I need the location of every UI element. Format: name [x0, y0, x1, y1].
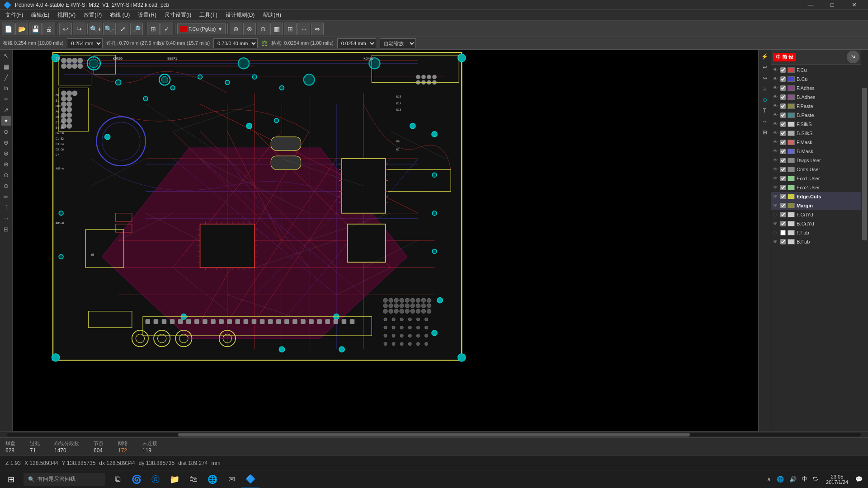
menu-help[interactable]: 帮助(H): [259, 10, 285, 20]
taskbar-app-fan[interactable]: 🌀: [127, 470, 146, 488]
lt-dim[interactable]: ↔: [1, 213, 11, 223]
zoom-in-button[interactable]: 🔍+: [90, 23, 102, 35]
trace-width-select[interactable]: 0.254 mm: [67, 38, 103, 48]
zoom-select[interactable]: 自动缩放: [380, 38, 416, 48]
layer-checkbox-b-paste[interactable]: [780, 113, 786, 118]
layer-checkbox-edge-cuts[interactable]: [780, 194, 786, 199]
menu-design-rules[interactable]: 设计规则(D): [222, 10, 259, 20]
layer-checkbox-b-adhes[interactable]: [780, 94, 786, 100]
right-icon-2[interactable]: ↩: [760, 62, 770, 72]
taskbar-notification-icon[interactable]: 💬: [854, 476, 864, 483]
layer-eye-b-crtyd[interactable]: 👁: [773, 221, 778, 226]
right-icon-5[interactable]: ⊙: [760, 95, 770, 105]
layer-eye-b-paste[interactable]: 👁: [773, 113, 778, 118]
minimize-button[interactable]: —: [800, 0, 821, 10]
redo-button[interactable]: ↪: [73, 23, 85, 35]
zoom-out-button[interactable]: 🔍-: [103, 23, 116, 35]
menu-dims[interactable]: 尺寸设置(I): [161, 10, 195, 20]
taskbar-app-folder[interactable]: 📁: [165, 470, 184, 488]
lt-draw[interactable]: ✏: [1, 192, 11, 202]
taskbar-app-edge[interactable]: ⓔ: [146, 470, 165, 488]
lt-mm[interactable]: ㎜: [1, 94, 11, 104]
layer-checkbox-b-silks[interactable]: [780, 131, 786, 136]
layer-row-b-cu[interactable]: 👁B.Cu: [771, 75, 861, 84]
tb-btn-extra5[interactable]: ⊞: [284, 23, 297, 35]
menu-setup[interactable]: 设置(R): [134, 10, 160, 20]
vertical-scrollbar[interactable]: [861, 50, 868, 431]
layer-eye-b-fab[interactable]: 👁: [773, 239, 778, 244]
lt-highlight[interactable]: ✦: [1, 116, 11, 126]
layer-eye-b-cu[interactable]: 👁: [773, 76, 778, 82]
user-avatar[interactable]: 74: [847, 51, 859, 63]
layer-eye-f-paste[interactable]: 👁: [773, 103, 778, 109]
layer-checkbox-f-crtyd[interactable]: [780, 212, 786, 217]
layer-eye-b-adhes[interactable]: 👁: [773, 94, 778, 100]
layer-row-b-paste[interactable]: 👁B.Paste: [771, 111, 861, 120]
layer-row-dwgs-user[interactable]: 👁Dwgs.User: [771, 156, 861, 165]
lt-grid2[interactable]: ⊞: [1, 224, 11, 234]
taskbar-volume-icon[interactable]: 🔊: [788, 476, 798, 483]
lt-add-mod[interactable]: ⊕: [1, 137, 11, 147]
taskbar-network-icon[interactable]: 🌐: [775, 476, 786, 483]
pcb-canvas-area[interactable]: BEEP1 KON05 KON05 C1 A6 E1 GND A0 E0 E1 …: [13, 50, 758, 431]
right-icon-3[interactable]: ↪: [760, 73, 770, 83]
right-icon-4[interactable]: ≡: [760, 84, 770, 94]
tb-btn-extra6[interactable]: ↔: [297, 23, 310, 35]
layer-checkbox-b-fab[interactable]: [780, 239, 786, 244]
zoom-fit-button[interactable]: ⤢: [117, 23, 129, 35]
layer-row-eco1-user[interactable]: 👁Eco1.User: [771, 174, 861, 183]
menu-route[interactable]: 布线 (U): [106, 10, 133, 20]
layer-row-f-fab[interactable]: ◌F.Fab: [771, 228, 861, 237]
layer-row-b-crtyd[interactable]: 👁B.CrtYd: [771, 219, 861, 228]
undo-button[interactable]: ↩: [59, 23, 72, 35]
layer-selector[interactable]: F.Cu (PgUp) ▼: [177, 23, 226, 34]
lang-badge[interactable]: 中 简 设: [773, 53, 796, 61]
menu-place[interactable]: 放置(P): [80, 10, 105, 20]
taskbar-app-taskview[interactable]: ⧉: [108, 470, 127, 488]
taskbar-app-kicad[interactable]: 🔷: [241, 470, 259, 488]
layer-eye-dwgs-user[interactable]: 👁: [773, 158, 778, 163]
layer-eye-f-fab[interactable]: ◌: [773, 230, 778, 235]
lt-zone[interactable]: ⊙: [1, 181, 11, 191]
close-button[interactable]: ✕: [844, 0, 864, 10]
layer-row-f-silks[interactable]: 👁F.SilkS: [771, 120, 861, 129]
horizontal-scrollbar[interactable]: [0, 431, 868, 437]
right-icon-7[interactable]: ↔: [760, 117, 770, 127]
layer-eye-cmts-user[interactable]: 👁: [773, 167, 778, 172]
layer-eye-f-silks[interactable]: 👁: [773, 122, 778, 127]
tb-btn-extra7[interactable]: ⇔: [311, 23, 324, 35]
taskbar-clock[interactable]: 23:05 2017/1/24: [822, 474, 852, 485]
layer-row-edge-cuts[interactable]: 👁Edge.Cuts: [771, 192, 861, 201]
right-icon-6[interactable]: T: [760, 106, 770, 116]
layer-row-b-mask[interactable]: 👁B.Mask: [771, 147, 861, 156]
layer-checkbox-cmts-user[interactable]: [780, 167, 786, 172]
open-button[interactable]: 📂: [15, 23, 28, 35]
taskbar-app-ie[interactable]: 🌐: [203, 470, 222, 488]
layer-checkbox-f-fab[interactable]: [780, 230, 786, 235]
taskbar-antivirus-icon[interactable]: 🛡: [811, 476, 821, 483]
lt-text[interactable]: In: [1, 83, 11, 93]
layer-row-b-silks[interactable]: 👁B.SilkS: [771, 129, 861, 138]
layer-eye-f-crtyd[interactable]: ◌: [773, 212, 778, 217]
layer-row-eco2-user[interactable]: 👁Eco2.User: [771, 183, 861, 192]
lt-measure[interactable]: ⊙: [1, 127, 11, 136]
layer-eye-f-mask[interactable]: 👁: [773, 140, 778, 145]
layer-checkbox-b-mask[interactable]: [780, 149, 786, 154]
layer-row-b-adhes[interactable]: 👁B.Adhes: [771, 93, 861, 102]
lt-via[interactable]: ⊙: [1, 170, 11, 180]
layer-checkbox-b-crtyd[interactable]: [780, 221, 786, 226]
layer-checkbox-f-silks[interactable]: [780, 122, 786, 127]
lt-route[interactable]: ⊗: [1, 148, 11, 158]
menu-edit[interactable]: 编辑(E): [28, 10, 53, 20]
layer-row-f-mask[interactable]: 👁F.Mask: [771, 138, 861, 147]
taskbar-lang-zh[interactable]: 中: [800, 475, 809, 483]
right-icon-1[interactable]: ⚡: [760, 52, 770, 61]
layer-checkbox-margin[interactable]: [780, 203, 786, 208]
layer-eye-f-adhes[interactable]: 👁: [773, 85, 778, 91]
layer-row-f-paste[interactable]: 👁F.Paste: [771, 102, 861, 111]
tb-btn-extra2[interactable]: ⊗: [243, 23, 256, 35]
start-button[interactable]: ⊞: [0, 470, 22, 488]
tb-btn-extra3[interactable]: ⊙: [257, 23, 269, 35]
menu-tools[interactable]: 工具(T): [196, 10, 221, 20]
layer-row-f-adhes[interactable]: 👁F.Adhes: [771, 84, 861, 93]
